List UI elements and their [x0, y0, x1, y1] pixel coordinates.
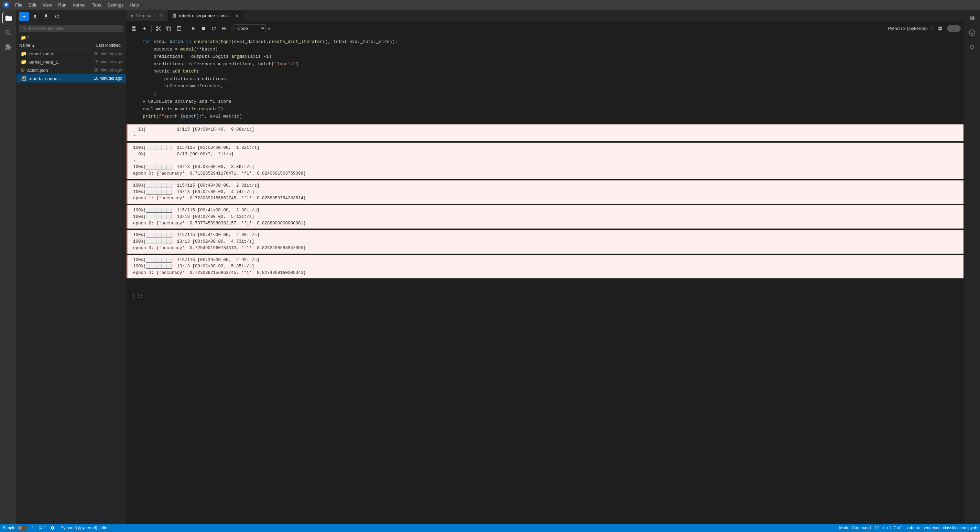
code-scroll-area[interactable]: for step, batch in enumerate(tqdm(eval_d… [127, 35, 964, 524]
sort-icon: ▲ [32, 44, 35, 48]
activity-search-icon[interactable] [2, 27, 14, 38]
file-item-kernel-meta[interactable]: 📁 kernel_meta 20 minutes ago [16, 49, 126, 58]
search-input[interactable] [29, 26, 121, 31]
date-column-header: Last Modified [96, 43, 123, 48]
menu-bar: File Edit View Run Kernel Tabs Settings … [0, 0, 980, 10]
menu-tabs[interactable]: Tabs [89, 2, 104, 8]
code-content: for step, batch in enumerate(tqdm(eval_d… [127, 35, 964, 524]
chevron-down-icon[interactable]: ▾ [266, 25, 272, 32]
menu-file[interactable]: File [13, 2, 25, 8]
tab-terminal[interactable]: ▶ Terminal 1 ✕ [127, 10, 168, 22]
json-icon: ⚙ [21, 67, 25, 73]
upload-button[interactable] [30, 12, 40, 21]
output-line: 100%|██████████| 115/115 [00:40<00:00, 2… [133, 183, 958, 189]
output-block-3: 100%|██████████| 115/115 [00:40<00:00, 2… [127, 180, 964, 204]
breadcrumb-path: / [27, 35, 29, 40]
face-icon[interactable] [966, 27, 978, 38]
mode-command: Mode: Command [839, 526, 871, 530]
output-line: epoch 0: {'accuracy': 0.7132352941176471… [133, 170, 958, 177]
menu-help[interactable]: Help [127, 2, 142, 8]
download-button[interactable] [41, 12, 51, 21]
menu-view[interactable]: View [40, 2, 55, 8]
kernel-settings-button[interactable] [935, 24, 945, 33]
sync-icon[interactable] [966, 41, 978, 53]
code-line: references=references, [127, 83, 964, 90]
simple-mode-toggle[interactable]: Simple [3, 525, 28, 530]
close-icon[interactable]: ✕ [159, 13, 163, 18]
main-layout: + 📁 / Name [0, 10, 980, 524]
code-line: ) [127, 90, 964, 98]
activity-files-icon[interactable] [2, 13, 14, 24]
toolbar-separator [151, 25, 152, 32]
file-date: 16 minutes ago [94, 76, 122, 81]
output-block-5: 100%|██████████| 115/115 [00:41<00:00, 2… [127, 230, 964, 253]
stop-button[interactable] [199, 24, 208, 33]
file-tree-header: Name ▲ Last Modified [16, 41, 126, 49]
kernel-toggle[interactable] [947, 25, 961, 32]
output-line: 100%|██████████| 115/115 [00:41<00:00, 2… [133, 232, 958, 238]
folder-icon: 📁 [21, 35, 26, 40]
svg-point-3 [971, 32, 972, 33]
tab-bar: ▶ Terminal 1 ✕ 📓 roberta_sequence_classi… [127, 10, 964, 22]
output-line: epoch 1: {'accuracy': 0.7230392156862745… [133, 195, 958, 202]
app-container: File Edit View Run Kernel Tabs Settings … [0, 0, 980, 532]
output-line: 0%| | 0/13 [00:00<?, ?it/s] [133, 151, 958, 158]
refresh-button[interactable] [52, 12, 62, 21]
grid-icon[interactable] [966, 13, 978, 24]
run-button[interactable] [188, 24, 198, 33]
status-left: Simple 1 1 [3, 525, 55, 530]
fast-forward-button[interactable] [220, 24, 229, 33]
output-line: 100%|██████████| 115/115 [01:03<00:00, 1… [133, 145, 958, 151]
output-block-2: 100%|██████████| 115/115 [01:03<00:00, 1… [127, 143, 964, 179]
extensions-count: 1 [38, 526, 46, 530]
output-line: 1%| | 1/115 [00:09<18:46, 9.88s/it] [133, 127, 958, 133]
copy-button[interactable] [164, 24, 173, 33]
file-item-roberta[interactable]: 📓 roberta_seque... 16 minutes ago [16, 74, 126, 83]
cut-button[interactable] [154, 24, 163, 33]
file-name: kernel_meta_t... [29, 59, 92, 65]
status-right: Mode: Command 🛡 Ln 1, Col 1 roberta_sequ… [839, 526, 977, 530]
file-date: 19 minutes ago [94, 59, 122, 64]
add-cell-button[interactable] [140, 24, 149, 33]
menu-edit[interactable]: Edit [26, 2, 39, 8]
empty-cell-area [127, 280, 964, 291]
code-line: predictions = outputs.logits.argmax(axis… [127, 53, 964, 60]
breadcrumb: 📁 / [16, 34, 126, 41]
menu-run[interactable]: Run [56, 2, 69, 8]
menu-settings[interactable]: Settings [105, 2, 126, 8]
code-line: print(f"epoch {epoch}:", eval_metric) [127, 113, 964, 120]
cell-type-select[interactable]: Code Markdown Raw [234, 24, 266, 32]
save-button[interactable] [129, 24, 139, 33]
status-bar: Simple 1 1 Python 3 (ipykernel) | Idle M… [0, 524, 980, 532]
cell-bracket: [ ]: [127, 291, 964, 302]
activity-extensions-icon[interactable] [2, 41, 14, 53]
paste-button[interactable] [174, 24, 184, 33]
search-icon [22, 26, 27, 31]
code-line: outputs = model(**batch) [127, 46, 964, 53]
file-item-aclinit[interactable]: ⚙ aclinit.json 20 minutes ago [16, 66, 126, 74]
tab-label: roberta_sequence_classificati [179, 13, 233, 18]
toolbar-separator-2 [186, 25, 186, 32]
tab-notebook[interactable]: 📓 roberta_sequence_classificati ✕ [168, 10, 243, 22]
output-block-1: 1%| | 1/115 [00:09<18:46, 9.88s/it] - [127, 124, 964, 141]
editor-area: ▶ Terminal 1 ✕ 📓 roberta_sequence_classi… [127, 10, 964, 524]
restart-button[interactable] [209, 24, 219, 33]
kernel-name: Python 3 (ipykernel) [888, 26, 928, 31]
code-line: metric.add_batch( [127, 68, 964, 75]
file-item-kernel-meta-t[interactable]: 📁 kernel_meta_t... 19 minutes ago [16, 58, 126, 66]
output-line: 100%|██████████| 13/13 [00:02<00:00, 4.7… [133, 189, 958, 195]
mode-toggle[interactable] [17, 525, 28, 530]
cursor-position: Ln 1, Col 1 [883, 526, 903, 530]
output-block-6: 100%|██████████| 115/115 [00:39<00:00, 2… [127, 255, 964, 278]
file-name: kernel_meta [29, 51, 92, 56]
code-line: eval_metric = metric.compute() [127, 105, 964, 113]
name-column-header[interactable]: Name ▲ [19, 43, 96, 48]
file-name: roberta_seque... [29, 76, 92, 81]
settings-gear-icon[interactable] [50, 526, 55, 530]
output-line: \ [133, 158, 958, 164]
menu-kernel[interactable]: Kernel [70, 2, 88, 8]
close-icon[interactable]: ✕ [235, 13, 239, 18]
kernel-status-circle [930, 27, 933, 30]
new-file-button[interactable]: + [19, 12, 29, 21]
notebook-tab-icon: 📓 [172, 13, 177, 18]
